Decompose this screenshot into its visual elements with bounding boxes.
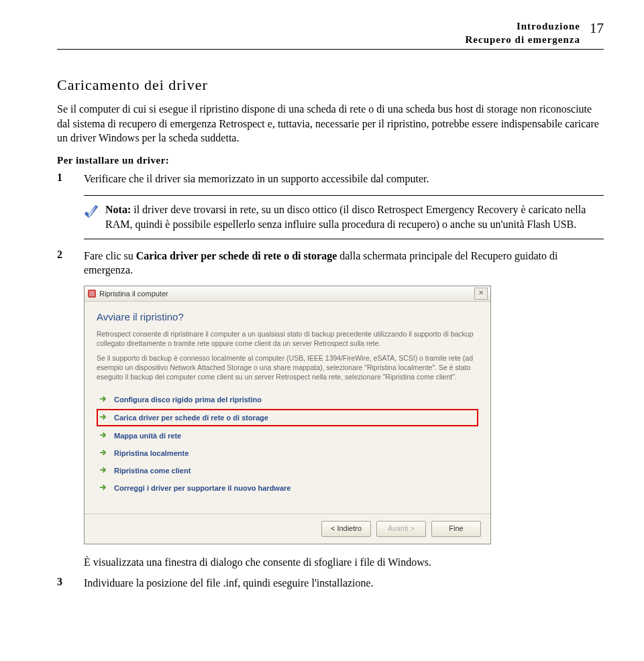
dialog-para-2: Se il supporto di backup è connesso loca… — [97, 353, 478, 382]
dialog-option-fix-drivers[interactable]: Correggi i driver per supportare il nuov… — [97, 480, 478, 496]
after-dialog-text: È visualizzata una finestra di dialogo c… — [57, 555, 604, 570]
step-3: 3 Individuare la posizione del file .inf… — [57, 576, 604, 591]
step-1: 1 Verificare che il driver sia memorizza… — [57, 172, 604, 186]
svg-rect-3 — [89, 291, 95, 296]
header-titles: Introduzione Recupero di emergenza — [57, 20, 580, 46]
option-label: Ripristina come client — [114, 467, 191, 475]
dialog-option-load-driver[interactable]: Carica driver per schede di rete o di st… — [97, 409, 478, 426]
option-label: Ripristina localmente — [114, 449, 189, 457]
dialog-titlebar: Ripristina il computer ✕ — [85, 286, 490, 302]
step2-bold: Carica driver per schede di rete o di st… — [136, 250, 337, 261]
step-text: Individuare la posizione del file .inf, … — [84, 576, 604, 591]
step-number: 2 — [57, 249, 84, 278]
dialog-body: Avviare il ripristino? Retrospect consen… — [85, 302, 490, 514]
note-body: il driver deve trovarsi in rete, su un d… — [105, 204, 586, 230]
step2-pre: Fare clic su — [84, 250, 136, 261]
arrow-right-icon — [99, 483, 109, 493]
option-label: Mappa unità di rete — [114, 432, 181, 440]
note-text: Nota: il driver deve trovarsi in rete, s… — [105, 202, 604, 231]
dialog-option-restore-client[interactable]: Ripristina come client — [97, 463, 478, 479]
dialog-option-restore-local[interactable]: Ripristina localmente — [97, 445, 478, 461]
svg-marker-1 — [89, 206, 97, 219]
header-line1: Introduzione — [57, 20, 580, 34]
arrow-right-icon — [99, 395, 109, 404]
next-button[interactable]: Avanti > — [376, 521, 426, 537]
dialog-heading: Avviare il ripristino? — [97, 311, 478, 322]
option-label: Correggi i driver per supportare il nuov… — [114, 484, 290, 492]
dialog-option-list: Configura disco rigido prima del riprist… — [97, 392, 478, 496]
dialog-footer: < Indietro Avanti > Fine — [85, 514, 490, 544]
step-2: 2 Fare clic su Carica driver per schede … — [57, 249, 604, 278]
header-line2: Recupero di emergenza — [57, 34, 580, 47]
dialog-para-1: Retrospect consente di ripristinare il c… — [97, 329, 478, 348]
note-label: Nota: — [105, 204, 131, 215]
option-label: Configura disco rigido prima del riprist… — [114, 396, 262, 404]
section-title: Caricamento dei driver — [57, 76, 604, 94]
intro-paragraph: Se il computer di cui si esegue il ripri… — [57, 102, 604, 145]
dialog-option-map-drive[interactable]: Mappa unità di rete — [97, 428, 478, 444]
option-label: Carica driver per schede di rete o di st… — [114, 414, 268, 422]
page-number: 17 — [590, 20, 604, 36]
step-text: Fare clic su Carica driver per schede di… — [84, 249, 604, 278]
step-number: 3 — [57, 576, 84, 591]
note-block: Nota: il driver deve trovarsi in rete, s… — [84, 195, 604, 239]
dialog-title-text: Ripristina il computer — [99, 290, 474, 298]
after-dialog-body: È visualizzata una finestra di dialogo c… — [84, 555, 604, 570]
dialog-option-configure-disk[interactable]: Configura disco rigido prima del riprist… — [97, 392, 478, 408]
close-icon[interactable]: ✕ — [474, 288, 488, 300]
finish-button[interactable]: Fine — [431, 521, 481, 537]
note-checkmark-icon — [84, 202, 99, 221]
dialog-app-icon — [87, 289, 97, 298]
arrow-right-icon — [99, 466, 109, 475]
arrow-right-icon — [99, 431, 109, 440]
arrow-right-icon — [99, 413, 109, 422]
subheading: Per installare un driver: — [57, 155, 604, 166]
step-text: Verificare che il driver sia memorizzato… — [84, 172, 604, 186]
arrow-right-icon — [99, 448, 109, 458]
back-button[interactable]: < Indietro — [321, 521, 371, 537]
step-number: 1 — [57, 172, 84, 186]
page-header: Introduzione Recupero di emergenza 17 — [57, 20, 604, 50]
dialog-window: Ripristina il computer ✕ Avviare il ripr… — [84, 286, 491, 544]
